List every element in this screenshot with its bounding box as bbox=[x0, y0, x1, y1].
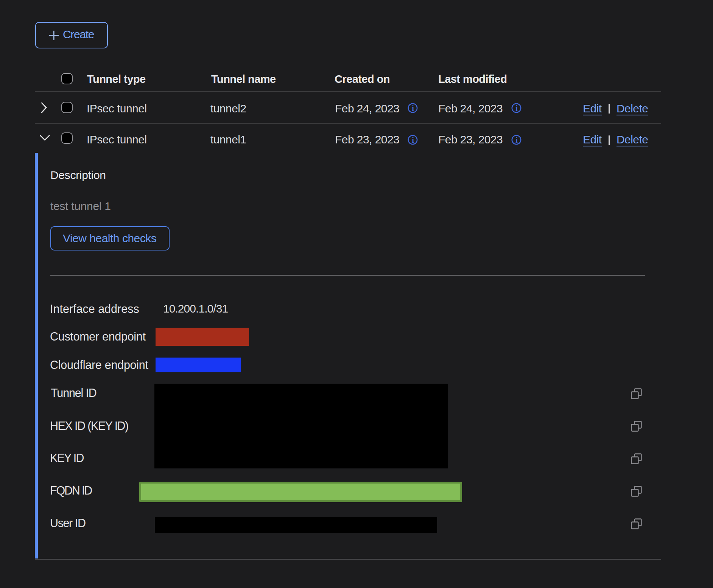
svg-text:i: i bbox=[515, 104, 518, 112]
svg-text:i: i bbox=[412, 104, 414, 112]
svg-text:i: i bbox=[412, 136, 414, 144]
svg-text:i: i bbox=[515, 136, 518, 144]
